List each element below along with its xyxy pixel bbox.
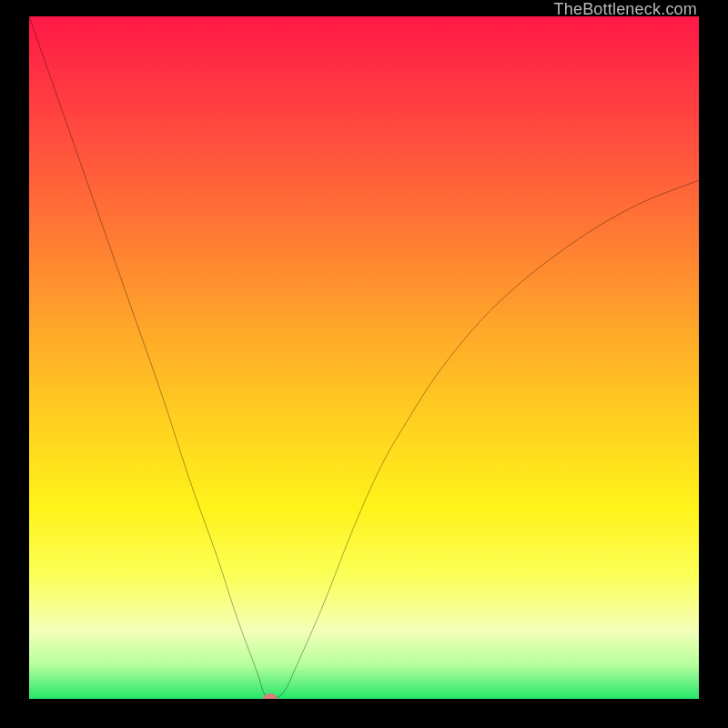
plot-area xyxy=(29,16,699,699)
bottleneck-curve xyxy=(29,16,699,699)
watermark-text: TheBottleneck.com xyxy=(554,0,697,18)
optimal-point-marker xyxy=(263,693,278,699)
chart-frame: TheBottleneck.com xyxy=(0,0,728,728)
